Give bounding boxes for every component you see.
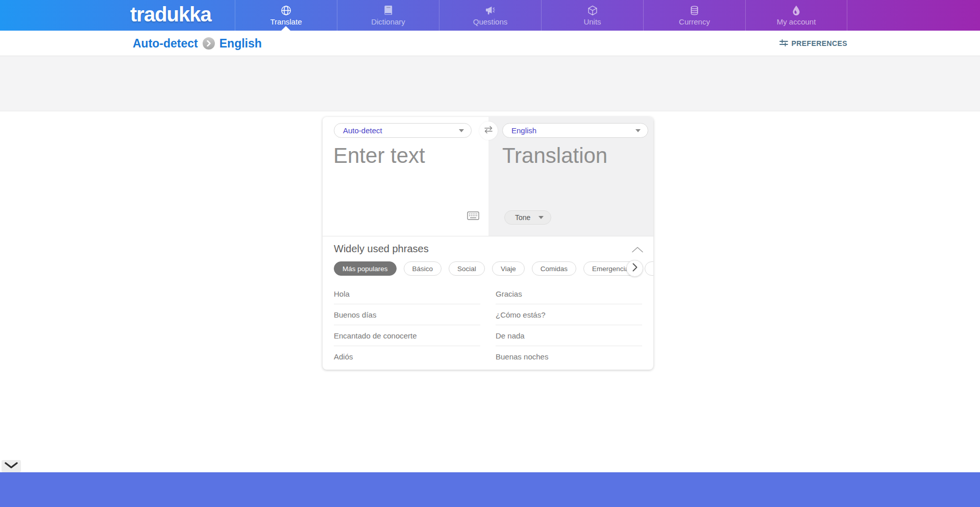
tab-label: My account: [777, 17, 816, 26]
swap-arrows-icon: [484, 126, 493, 136]
globe-icon: [281, 5, 291, 16]
collapse-phrases-button[interactable]: [632, 246, 643, 255]
swap-languages-button[interactable]: [479, 122, 498, 140]
tab-currency[interactable]: Currency: [643, 0, 745, 31]
phrase-column-left: Hola Buenos días Encantado de conocerte …: [334, 283, 480, 367]
target-select-value: English: [511, 126, 536, 135]
preferences-button[interactable]: PREFERENCES: [779, 31, 847, 56]
keyboard-icon: [467, 213, 479, 222]
tab-label: Units: [583, 17, 601, 26]
phrase-item[interactable]: Buenas noches: [496, 346, 642, 367]
card-divider: [323, 236, 653, 236]
active-tab-indicator: [281, 26, 290, 31]
book-icon: [383, 5, 394, 16]
chip-basico[interactable]: Básico: [404, 261, 442, 276]
chip-comidas[interactable]: Comidas: [532, 261, 576, 276]
phrase-category-chips: Más populares Básico Social Viaje Comida…: [334, 261, 653, 276]
chevron-down-icon: [635, 129, 641, 132]
source-language-label: Auto-detect: [133, 37, 198, 51]
coins-icon: [689, 5, 700, 16]
nav-tabs: Translate Dictionary Questions: [235, 0, 847, 31]
tab-dictionary[interactable]: Dictionary: [337, 0, 439, 31]
chevron-down-icon: [538, 216, 544, 219]
chip-truncated[interactable]: Fe: [645, 261, 653, 276]
next-categories-button[interactable]: [626, 260, 643, 277]
footer: [0, 472, 980, 507]
tune-icon: [779, 39, 788, 49]
cube-icon: [587, 5, 598, 16]
chevron-down-icon: [459, 129, 464, 132]
chevron-right-icon: [203, 37, 215, 50]
top-navbar: tradukka Translate Dictionary: [0, 0, 980, 31]
tone-button[interactable]: Tone: [504, 210, 551, 225]
phrase-item[interactable]: Encantado de conocerte: [334, 325, 480, 346]
tab-label: Dictionary: [371, 17, 405, 26]
tone-label: Tone: [515, 213, 530, 222]
phrase-item[interactable]: Adiós: [334, 346, 480, 367]
language-breadcrumb: Auto-detect English: [133, 31, 262, 56]
phrase-item[interactable]: Hola: [334, 283, 480, 304]
phrase-column-right: Gracias ¿Cómo estás? De nada Buenas noch…: [496, 283, 642, 367]
preferences-label: PREFERENCES: [792, 39, 847, 47]
phrase-item[interactable]: ¿Cómo estás?: [496, 304, 642, 325]
chevron-down-icon: [5, 462, 18, 471]
phrase-item[interactable]: Gracias: [496, 283, 642, 304]
phrases-title: Widely used phrases: [334, 243, 429, 255]
phrase-item[interactable]: De nada: [496, 325, 642, 346]
tab-my-account[interactable]: My account: [745, 0, 847, 31]
chip-viaje[interactable]: Viaje: [492, 261, 525, 276]
megaphone-icon: [485, 5, 496, 16]
tab-questions[interactable]: Questions: [439, 0, 541, 31]
chevron-right-icon: [632, 263, 638, 274]
brand-logo[interactable]: tradukka: [130, 3, 211, 26]
translation-output: Translation: [502, 143, 607, 168]
source-text-input[interactable]: Enter text: [333, 143, 425, 168]
tab-label: Translate: [271, 17, 302, 26]
source-language-select[interactable]: Auto-detect: [334, 123, 472, 138]
phrase-list: Hola Buenos días Encantado de conocerte …: [334, 283, 642, 367]
grey-band: [0, 56, 980, 111]
target-language-select[interactable]: English: [502, 123, 648, 138]
collapse-footer-button[interactable]: [2, 460, 21, 472]
chip-mas-populares[interactable]: Más populares: [334, 261, 397, 276]
chevron-up-icon: [632, 246, 643, 254]
tab-label: Questions: [473, 17, 508, 26]
target-language-label: English: [219, 37, 262, 51]
phrase-item[interactable]: Buenos días: [334, 304, 480, 325]
subheader: Auto-detect English PREFERENCES: [0, 31, 980, 56]
tab-label: Currency: [679, 17, 710, 26]
translator-card: Auto-detect English Enter text Translati…: [323, 117, 653, 370]
keyboard-button[interactable]: [467, 211, 479, 222]
source-select-value: Auto-detect: [343, 126, 382, 135]
drop-icon: [792, 5, 801, 16]
chip-social[interactable]: Social: [449, 261, 485, 276]
tab-units[interactable]: Units: [541, 0, 643, 31]
